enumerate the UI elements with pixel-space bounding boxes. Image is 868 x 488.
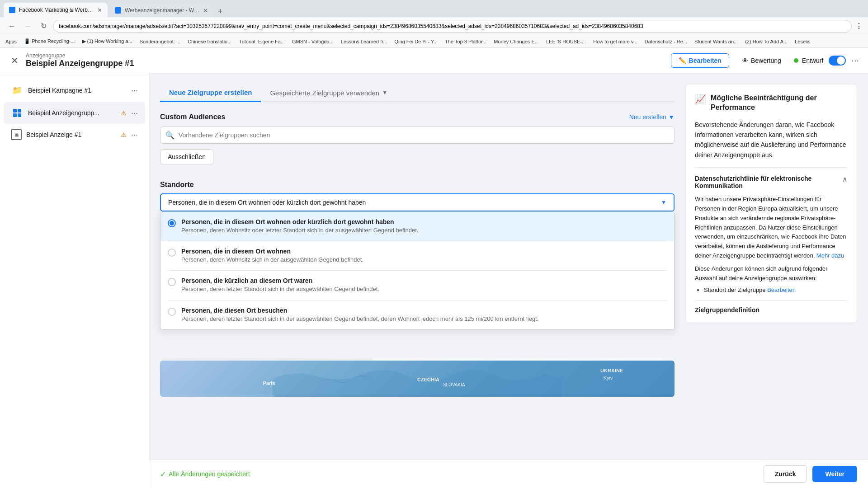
bookmark-10[interactable]: Money Changes E... bbox=[494, 39, 539, 44]
sidebar-item-anzeige[interactable]: ▣ Beispiel Anzeige #1 ⚠ ··· bbox=[4, 125, 145, 145]
sidebar-item-anzeigengruppe[interactable]: Beispiel Anzeigengrupp... ⚠ ··· bbox=[4, 102, 145, 124]
bearbeiten-button[interactable]: ✏️ Bearbeiten bbox=[671, 53, 729, 68]
save-status: ✓ Alle Änderungen gespeichert bbox=[160, 470, 250, 479]
anzeigengruppe-label: Beispiel Anzeigengrupp... bbox=[28, 109, 116, 117]
kampagne-more-button[interactable]: ··· bbox=[131, 86, 138, 95]
option4-text: Personen, die diesen Ort besuchen Person… bbox=[181, 307, 538, 323]
bookmark-7[interactable]: Lessons Learned fr... bbox=[341, 39, 387, 44]
forward-button[interactable]: → bbox=[22, 20, 34, 32]
bookmarks-bar: Apps 📱 Phone Recycling-... ▶ (1) How Wor… bbox=[0, 35, 868, 48]
chevron-down-icon: ▼ bbox=[668, 113, 675, 121]
refresh-button[interactable]: ↻ bbox=[38, 20, 49, 32]
bookmark-16[interactable]: Leselis bbox=[795, 39, 810, 44]
left-sidebar: 📁 Beispiel Kampagne #1 ··· Beispiel Anze… bbox=[0, 73, 149, 488]
ausschliessen-button[interactable]: Ausschließen bbox=[160, 149, 213, 164]
anzeige-more-button[interactable]: ··· bbox=[131, 130, 138, 140]
dropdown-arrow-icon: ▼ bbox=[661, 199, 666, 206]
option4-desc: Personen, deren letzter Standort sich in… bbox=[181, 315, 538, 323]
option1-title: Personen, die in diesem Ort wohnen oder … bbox=[181, 218, 418, 225]
bookmark-15[interactable]: (2) How To Add A... bbox=[745, 39, 788, 44]
svg-rect-1 bbox=[18, 109, 21, 113]
sidebar-item-kampagne[interactable]: 📁 Beispiel Kampagne #1 ··· bbox=[4, 80, 145, 101]
folder-icon: 📁 bbox=[11, 84, 24, 97]
browser-tab-2[interactable]: Werbeanzeigenmanager - We... ✕ bbox=[109, 4, 213, 17]
status-text: Entwurf bbox=[802, 57, 823, 64]
dropdown-option-1[interactable]: Personen, die in diesem Ort wohnen oder … bbox=[160, 212, 674, 241]
zuruck-button[interactable]: Zurück bbox=[764, 465, 807, 483]
edit-pencil-icon: ✏️ bbox=[679, 57, 686, 64]
svg-rect-3 bbox=[18, 113, 21, 117]
standorte-label: Standorte bbox=[160, 181, 675, 189]
main-content: Neue Zielgruppe erstellen Gespeicherte Z… bbox=[149, 73, 868, 488]
bookmark-4[interactable]: Chinese translatio... bbox=[188, 39, 231, 44]
datenschutz-section: Datenschutzrichtlinie für elektronische … bbox=[695, 167, 848, 293]
status-indicator: Entwurf bbox=[794, 57, 823, 64]
bookmark-12[interactable]: How to get more v... bbox=[593, 39, 637, 44]
bookmark-13[interactable]: Datenschutz - Re... bbox=[645, 39, 687, 44]
tab2-title: Werbeanzeigenmanager - We... bbox=[125, 7, 199, 14]
custom-audiences-section: Custom Audiences Neu erstellen ▼ 🔍 Aussc… bbox=[160, 113, 675, 174]
tab2-favicon bbox=[115, 7, 121, 14]
close-panel-button[interactable]: ✕ bbox=[9, 53, 20, 68]
bookmark-2[interactable]: ▶ (1) How Working a... bbox=[82, 38, 132, 44]
bookmark-11[interactable]: LEE 'S HOUSE-... bbox=[546, 39, 586, 44]
bookmark-1[interactable]: 📱 Phone Recycling-... bbox=[24, 38, 75, 44]
bookmark-5[interactable]: Tutorial: Eigene Fa... bbox=[239, 39, 285, 44]
radio-option1-icon bbox=[168, 219, 176, 227]
bookmark-3[interactable]: Sonderangebot: ... bbox=[140, 39, 181, 44]
bookmark-9[interactable]: The Top 3 Platfor... bbox=[445, 39, 486, 44]
header-title: Beispiel Anzeigengruppe #1 bbox=[26, 59, 134, 68]
tab1-close[interactable]: ✕ bbox=[97, 7, 102, 14]
list-item-standort: Standort der Zielgruppe Bearbeiten bbox=[704, 286, 848, 293]
checkmark-icon: ✓ bbox=[160, 470, 166, 479]
toggle-switch[interactable] bbox=[829, 56, 846, 66]
app-header: ✕ Anzeigengruppe Beispiel Anzeigengruppe… bbox=[0, 48, 868, 73]
neu-erstellen-button[interactable]: Neu erstellen ▼ bbox=[629, 113, 675, 121]
tab-neue-zielgruppe[interactable]: Neue Zielgruppe erstellen bbox=[160, 84, 261, 102]
tab1-title: Facebook Marketing & Werbe... bbox=[19, 7, 94, 13]
extensions-button[interactable]: ⋮ bbox=[855, 22, 863, 30]
tab-gespeicherte-zielgruppe[interactable]: Gespeicherte Zielgruppe verwenden ▼ bbox=[261, 84, 396, 101]
dropdown-option-3[interactable]: Personen, die kürzlich an diesem Ort war… bbox=[160, 271, 674, 300]
back-button[interactable]: ← bbox=[5, 20, 18, 32]
zielgruppendefinition-section: Zielgruppendefinition bbox=[695, 300, 848, 314]
bookmark-8[interactable]: Qing Fei De Yi - Y... bbox=[395, 39, 438, 44]
datenschutz-toggle-button[interactable]: ∧ bbox=[842, 175, 848, 183]
add-tab-button[interactable]: + bbox=[215, 7, 226, 16]
dropdown-option-4[interactable]: Personen, die diesen Ort besuchen Person… bbox=[160, 300, 674, 329]
option3-title: Personen, die kürzlich an diesem Ort war… bbox=[181, 277, 379, 284]
dropdown-trigger[interactable]: Personen, die in diesem Ort wohnen oder … bbox=[160, 193, 675, 211]
map-section: Paris CZECHIA UKRAINE Kyiv SLOVAKIA bbox=[160, 361, 675, 397]
bookmark-apps[interactable]: Apps bbox=[5, 39, 17, 44]
zielgruppendefinition-title: Zielgruppendefinition bbox=[695, 306, 848, 314]
option2-text: Personen, die in diesem Ort wohnen Perso… bbox=[181, 248, 363, 264]
panel-description: Bevorstehende Änderungen daran, wie Face… bbox=[695, 120, 848, 160]
bewertung-button[interactable]: 👁 Bewertung bbox=[735, 54, 788, 67]
dropdown-selected-value: Personen, die in diesem Ort wohnen oder … bbox=[168, 199, 366, 206]
bottom-bar: ✓ Alle Änderungen gespeichert Zurück Wei… bbox=[149, 460, 868, 488]
weiter-button[interactable]: Weiter bbox=[812, 466, 857, 482]
panel-header: 📈 Mögliche Beeinträchtigung der Performa… bbox=[695, 94, 848, 113]
neu-erstellen-label: Neu erstellen bbox=[629, 113, 667, 121]
mehr-dazu-link[interactable]: Mehr dazu bbox=[816, 252, 844, 259]
bearbeiten-link[interactable]: Bearbeiten bbox=[767, 286, 796, 293]
address-bar[interactable] bbox=[53, 20, 852, 33]
option2-title: Personen, die in diesem Ort wohnen bbox=[181, 248, 363, 255]
map-label-paris: Paris bbox=[263, 380, 275, 386]
bookmark-6[interactable]: GMSN - Vologda... bbox=[292, 39, 334, 44]
anzeige-warning-icon: ⚠ bbox=[121, 131, 127, 138]
dropdown-option-2[interactable]: Personen, die in diesem Ort wohnen Perso… bbox=[160, 241, 674, 270]
tab-chevron-icon: ▼ bbox=[382, 89, 387, 96]
anzeigengruppe-more-button[interactable]: ··· bbox=[131, 108, 138, 118]
browser-tab-1[interactable]: Facebook Marketing & Werbe... ✕ bbox=[4, 3, 108, 17]
datenschutz-header: Datenschutzrichtlinie für elektronische … bbox=[695, 175, 848, 189]
more-options-button[interactable]: ··· bbox=[851, 55, 859, 66]
dropdown-menu: Personen, die in diesem Ort wohnen oder … bbox=[160, 211, 675, 330]
svg-rect-2 bbox=[13, 113, 17, 117]
tab2-close[interactable]: ✕ bbox=[203, 7, 208, 14]
bookmark-14[interactable]: Student Wants an... bbox=[694, 39, 738, 44]
custom-audiences-header: Custom Audiences Neu erstellen ▼ bbox=[160, 113, 675, 121]
search-input[interactable] bbox=[160, 127, 675, 144]
panel-chart-icon: 📈 bbox=[695, 94, 706, 104]
datenschutz-body1: Wir haben unsere Privatsphäre-Einstellun… bbox=[695, 195, 848, 261]
